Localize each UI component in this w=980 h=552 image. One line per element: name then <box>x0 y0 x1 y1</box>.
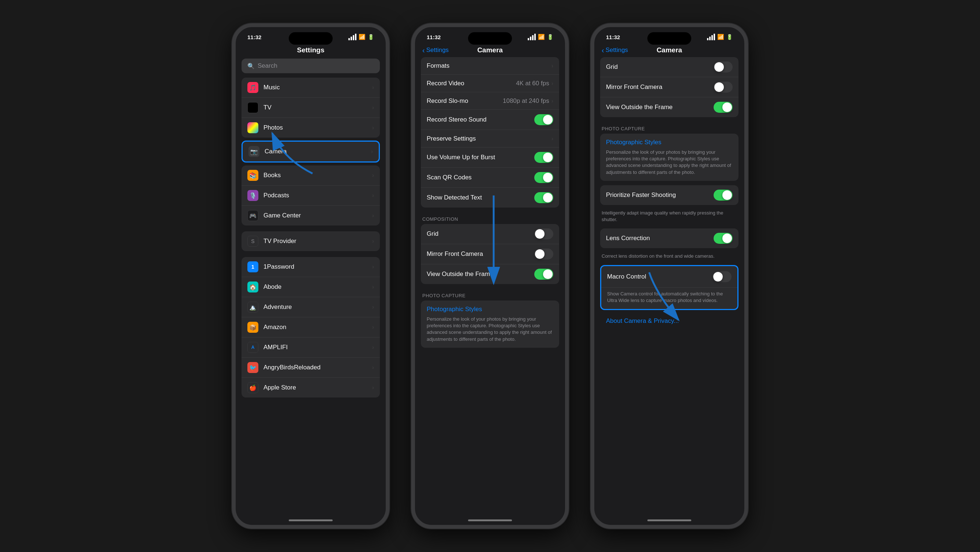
view-outside-label-2: View Outside the Frame <box>427 270 534 278</box>
toggle-knob <box>543 115 552 124</box>
abode-chevron: › <box>372 284 374 290</box>
view-outside-toggle-3[interactable] <box>714 102 733 113</box>
mirror-front-toggle-2[interactable] <box>534 248 553 259</box>
back-label-3: Settings <box>606 46 628 54</box>
show-detected-toggle[interactable] <box>534 192 553 203</box>
photographic-styles-item-3[interactable]: Photographic Styles Personalize the look… <box>600 134 738 181</box>
preserve-settings-row[interactable]: Preserve Settings › <box>421 130 559 148</box>
volume-burst-row[interactable]: Use Volume Up for Burst <box>421 148 559 168</box>
photographic-styles-item-2[interactable]: Photographic Styles Personalize the look… <box>421 301 559 348</box>
prioritize-row[interactable]: Prioritize Faster Shooting <box>600 185 738 205</box>
adventure-row[interactable]: 🏔️ Adventure › <box>242 297 380 317</box>
composition-group: Grid Mirror Front Camera View Outside th… <box>421 224 559 284</box>
back-button-2[interactable]: ‹ Settings <box>422 46 449 54</box>
formats-row[interactable]: Formats › <box>421 57 559 75</box>
settings-group-main-1: 🎵 Music › tv TV › Photos › <box>242 78 380 138</box>
game-center-row[interactable]: 🎮 Game Center › <box>242 206 380 226</box>
macro-control-toggle[interactable] <box>713 271 732 282</box>
formats-chevron: › <box>552 63 553 69</box>
toggle-knob <box>713 272 723 282</box>
status-icons-3: 📶 🔋 <box>707 34 733 40</box>
toggle-knob <box>543 193 552 202</box>
view-outside-row-3[interactable]: View Outside the Frame <box>600 97 738 117</box>
record-stereo-toggle[interactable] <box>534 114 553 125</box>
books-row[interactable]: 📚 Books › <box>242 165 380 186</box>
battery-icon-3: 🔋 <box>726 34 733 40</box>
back-label-2: Settings <box>426 46 449 54</box>
phone1: 11:32 📶 🔋 Settings 🔍 Search <box>232 24 389 528</box>
music-icon: 🎵 <box>247 82 258 93</box>
angry-birds-row[interactable]: 🐦 AngryBirdsReloaded › <box>242 358 380 378</box>
tv-provider-chevron: › <box>372 238 374 245</box>
preserve-settings-chevron: › <box>552 135 553 142</box>
game-center-label: Game Center <box>264 212 372 219</box>
show-detected-row[interactable]: Show Detected Text <box>421 188 559 208</box>
macro-control-desc: Show Camera control for automatically sw… <box>601 288 737 309</box>
signal-icon-3 <box>707 34 715 40</box>
lens-correction-row[interactable]: Lens Correction <box>600 228 738 248</box>
mirror-front-row-3[interactable]: Mirror Front Camera <box>600 77 738 97</box>
dynamic-island-3 <box>648 32 691 45</box>
about-link[interactable]: About Camera & Privacy... <box>600 315 738 328</box>
toggle-knob <box>543 153 552 162</box>
1password-row[interactable]: 1 1Password › <box>242 257 380 277</box>
podcasts-icon: 🎙️ <box>247 190 258 201</box>
abode-row[interactable]: 🏠 Abode › <box>242 277 380 297</box>
toggle-knob <box>722 102 732 112</box>
phone1-wrapper: 11:32 📶 🔋 Settings 🔍 Search <box>232 24 389 528</box>
view-outside-toggle-2[interactable] <box>534 269 553 280</box>
prioritize-toggle[interactable] <box>714 189 733 200</box>
phone2: 11:32 📶 🔋 ‹ Settings Camera <box>411 24 569 528</box>
record-video-row[interactable]: Record Video 4K at 60 fps › <box>421 75 559 92</box>
tv-provider-icon: S <box>247 236 258 247</box>
amazon-row[interactable]: 📦 Amazon › <box>242 317 380 337</box>
grid-row-2[interactable]: Grid <box>421 224 559 244</box>
page-title-2: Camera <box>477 46 503 54</box>
about-link-container: About Camera & Privacy... <box>600 315 738 328</box>
music-label: Music <box>264 84 372 91</box>
podcasts-row[interactable]: 🎙️ Podcasts › <box>242 186 380 206</box>
view-outside-row-2[interactable]: View Outside the Frame <box>421 264 559 284</box>
dynamic-island-1 <box>289 32 332 45</box>
photos-row[interactable]: Photos › <box>242 118 380 138</box>
prioritize-group: Prioritize Faster Shooting <box>600 185 738 205</box>
angry-birds-chevron: › <box>372 364 374 371</box>
time-1: 11:32 <box>247 34 261 40</box>
apple-store-row[interactable]: 🍎 Apple Store › <box>242 378 380 398</box>
record-slomo-label: Record Slo-mo <box>427 97 503 105</box>
home-indicator-3 <box>648 519 691 521</box>
grid-toggle-2[interactable] <box>534 228 553 239</box>
books-icon: 📚 <box>247 170 258 181</box>
mirror-front-row-2[interactable]: Mirror Front Camera <box>421 244 559 264</box>
macro-control-row[interactable]: Macro Control <box>601 266 737 288</box>
record-slomo-row[interactable]: Record Slo-mo 1080p at 240 fps › <box>421 92 559 110</box>
music-row[interactable]: 🎵 Music › <box>242 78 380 98</box>
battery-icon-1: 🔋 <box>368 34 374 40</box>
photographic-styles-desc-2: Personalize the look of your photos by b… <box>421 315 559 348</box>
amplifi-label: AMPLIFI <box>264 344 372 351</box>
volume-burst-toggle[interactable] <box>534 152 553 163</box>
scan-qr-toggle[interactable] <box>534 172 553 183</box>
mirror-front-toggle-3[interactable] <box>714 82 733 92</box>
grid-toggle-3[interactable] <box>714 62 733 73</box>
tv-row[interactable]: tv TV › <box>242 98 380 118</box>
lens-correction-group: Lens Correction <box>600 228 738 248</box>
lens-correction-toggle[interactable] <box>714 233 733 244</box>
record-slomo-chevron: › <box>552 98 553 104</box>
search-placeholder-1: Search <box>258 62 277 70</box>
battery-icon-2: 🔋 <box>547 34 553 40</box>
page-title-1: Settings <box>297 46 325 54</box>
wifi-icon-2: 📶 <box>538 34 545 40</box>
grid-row-3[interactable]: Grid <box>600 57 738 77</box>
back-button-3[interactable]: ‹ Settings <box>601 46 628 54</box>
camera-row-highlighted[interactable]: 📷 Camera › <box>242 140 380 162</box>
record-stereo-row[interactable]: Record Stereo Sound <box>421 110 559 130</box>
tv-provider-row[interactable]: S TV Provider › <box>242 231 380 251</box>
search-bar-1[interactable]: 🔍 Search <box>242 59 380 73</box>
abode-label: Abode <box>264 283 372 291</box>
toggle-knob <box>543 173 552 182</box>
books-chevron: › <box>372 172 374 179</box>
scan-qr-row[interactable]: Scan QR Codes <box>421 168 559 188</box>
game-center-icon: 🎮 <box>247 210 258 221</box>
amplifi-row[interactable]: A AMPLIFI › <box>242 337 380 358</box>
